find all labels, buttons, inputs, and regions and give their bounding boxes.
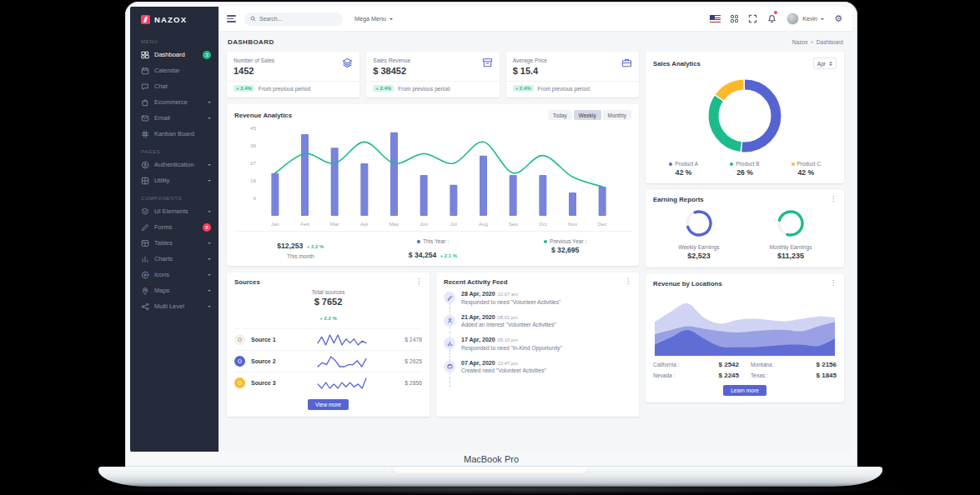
fullscreen-icon[interactable] [748, 14, 757, 23]
trend-badge: + 2.4% [513, 85, 534, 92]
svg-text:Feb: Feb [300, 221, 309, 227]
month-select[interactable]: Apr [813, 58, 837, 69]
chevron-down-icon [821, 18, 824, 22]
weekly-earnings: Weekly Earnings $2,523 [653, 208, 745, 260]
sidebar-item-email[interactable]: Email [130, 110, 219, 126]
sidebar-item-ecommerce[interactable]: Ecommerce [130, 94, 219, 110]
sales-donut-chart [701, 72, 788, 159]
forms-badge: 8 [203, 223, 211, 232]
monthly-earnings-gauge [776, 208, 806, 238]
notifications-button[interactable] [767, 12, 776, 27]
feed-item: 28 Apr, 202012:07 am Responded to need "… [444, 291, 631, 314]
user-menu[interactable]: Kevin [787, 12, 824, 25]
source-sparkline [316, 355, 368, 368]
feed-item: 17 Apr, 202005:10 pm Responded to need "… [444, 337, 631, 360]
chevron-down-icon [208, 274, 211, 278]
stat-value: 1452 [234, 66, 274, 76]
svg-text:36: 36 [250, 142, 256, 148]
stage: NAZOX MENU Dashboard 3 Calendar Chat [0, 0, 980, 495]
tab-weekly[interactable]: Weekly [574, 110, 601, 120]
sidebar-item-maps[interactable]: Maps [130, 282, 219, 298]
macbook-base [98, 467, 882, 487]
dashboard-app: NAZOX MENU Dashboard 3 Calendar Chat [130, 7, 852, 452]
learn-more-button[interactable]: Learn more [723, 385, 766, 396]
sidebar-item-utility[interactable]: Utility [130, 172, 219, 188]
chart-icon [444, 338, 455, 349]
sources-card: Sources ⋮ Total sources $ 7652 + 2.2 % [227, 272, 430, 417]
legend-dot [417, 240, 420, 243]
monthly-earnings: Monthly Earnings $11,235 [745, 208, 837, 260]
legend-dot [792, 162, 795, 166]
sidebar-item-tables[interactable]: Tables [130, 235, 219, 251]
source-row[interactable]: Source 2 $ 2625 [234, 350, 422, 372]
weekly-earnings-gauge [684, 208, 714, 238]
svg-text:Jun: Jun [420, 221, 429, 227]
icons-icon [141, 271, 149, 279]
sidebar-item-calendar[interactable]: Calendar [130, 62, 219, 78]
kebab-menu-icon[interactable]: ⋮ [830, 280, 837, 288]
trend-badge: + 2.4% [373, 85, 394, 92]
sidebar-item-multi-level[interactable]: Multi Level [130, 298, 219, 314]
svg-text:Dec: Dec [598, 221, 607, 227]
brand-logo[interactable]: NAZOX [130, 7, 219, 32]
language-flag-icon[interactable] [710, 15, 721, 22]
sidebar-section-pages: PAGES [130, 142, 219, 157]
source-row[interactable]: Source 3 $ 2856 [234, 372, 422, 393]
utility-grid-icon [141, 177, 149, 185]
tab-today[interactable]: Today [548, 110, 572, 120]
search-input[interactable] [259, 16, 326, 22]
kebab-menu-icon[interactable]: ⋮ [415, 278, 422, 286]
gear-icon[interactable]: ⚙ [834, 14, 842, 23]
search-box[interactable] [244, 12, 343, 26]
breadcrumb: Nazox › Dashboard [792, 39, 843, 45]
svg-text:Sep: Sep [509, 221, 519, 227]
bell-icon [767, 14, 776, 23]
this-month-summary: $12,253 + 2.2 % This month [234, 237, 367, 261]
envelope-icon [141, 114, 149, 122]
sort-arrows-icon [829, 60, 832, 68]
chevron-down-icon [208, 290, 211, 293]
svg-text:Mar: Mar [330, 221, 339, 227]
apps-grid-icon[interactable] [731, 15, 739, 23]
sidebar-section-components: COMPONENTS [130, 188, 219, 203]
chevron-down-icon [208, 180, 211, 183]
kebab-menu-icon[interactable]: ⋮ [830, 196, 837, 203]
earning-reports-card: Earning Reports ⋮ Weekly Earnings $2,523 [646, 190, 844, 268]
sidebar-item-icons[interactable]: Icons [130, 267, 219, 282]
sidebar-item-authentication[interactable]: Authentication [130, 157, 219, 172]
layers-icon [141, 208, 149, 216]
kebab-menu-icon[interactable]: ⋮ [625, 278, 631, 286]
mega-menu-button[interactable]: Mega Menu [354, 15, 393, 22]
source-row[interactable]: Source 1 $ 2478 [234, 328, 422, 350]
source-sparkline [316, 333, 368, 347]
sidebar-item-charts[interactable]: Charts [130, 251, 219, 267]
sidebar-section-menu: MENU [130, 32, 219, 47]
location-stat: Montana : $ 2156 [751, 361, 837, 368]
menu-toggle-icon[interactable] [227, 15, 236, 22]
view-more-button[interactable]: View more [308, 399, 349, 410]
sidebar-item-forms[interactable]: Forms 8 [130, 219, 219, 235]
card-title: Recent Activity Feed [444, 278, 507, 286]
source-icon [234, 334, 245, 345]
card-title: Sources [234, 278, 260, 286]
share-nodes-icon [141, 302, 149, 311]
svg-text:18: 18 [250, 178, 256, 183]
location-stat: California : $ 2542 [653, 361, 739, 368]
breadcrumb-root[interactable]: Nazox [792, 39, 808, 45]
chevron-down-icon [208, 164, 211, 168]
card-title: Revenue Analytics [234, 112, 292, 119]
topbar: Mega Menu Kevin [219, 7, 852, 32]
briefcase-icon [444, 361, 455, 372]
stat-value: $ 15.4 [513, 66, 547, 76]
sidebar-item-ui-elements[interactable]: UI Elements [130, 203, 219, 219]
sidebar-item-chat[interactable]: Chat [130, 78, 219, 94]
legend-dot [669, 162, 672, 166]
tab-monthly[interactable]: Monthly [603, 110, 631, 120]
location-stat: Texas : $ 1845 [751, 372, 837, 379]
svg-text:Jan: Jan [271, 221, 280, 227]
sidebar-item-dashboard[interactable]: Dashboard 3 [130, 47, 219, 62]
left-column: Number of Sales 1452 + 2.4% From previou… [227, 52, 639, 417]
map-pin-icon [141, 287, 149, 295]
svg-text:27: 27 [250, 160, 256, 166]
sidebar-item-kanban-board[interactable]: Kanban Board [130, 126, 219, 142]
